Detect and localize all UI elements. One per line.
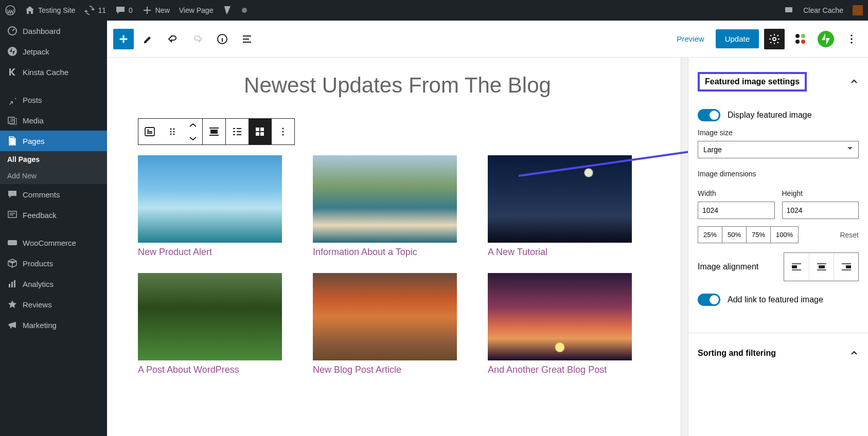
update-button[interactable]: Update (716, 29, 759, 48)
clear-cache[interactable]: Clear Cache (803, 6, 843, 14)
post-title-link[interactable]: A New Tutorial (488, 247, 632, 258)
size-25-button[interactable]: 25% (698, 226, 722, 243)
grid-view-button[interactable] (249, 119, 271, 144)
svg-rect-31 (792, 265, 797, 268)
svg-rect-5 (8, 211, 16, 217)
sidebar-item-jetpack[interactable]: Jetpack (0, 41, 107, 62)
sidebar-item-posts[interactable]: Posts (0, 89, 107, 110)
site-name[interactable]: Testing Site (25, 5, 75, 15)
sidebar-submenu-pages: All Pages Add New (0, 151, 107, 184)
chevron-up-icon (849, 349, 859, 358)
post-title-link[interactable]: New Product Alert (138, 247, 282, 258)
sidebar-item-comments[interactable]: Comments (0, 184, 107, 205)
pencil-icon (142, 33, 154, 45)
redo-icon (191, 33, 204, 45)
sidebar-item-reviews[interactable]: Reviews (0, 294, 107, 315)
block-more-button[interactable] (272, 119, 294, 144)
canvas-scrollbar[interactable] (681, 58, 688, 436)
undo-button[interactable] (163, 29, 183, 49)
info-button[interactable] (212, 29, 233, 49)
align-center-button[interactable] (809, 253, 834, 281)
editor-body: Newest Updates From The Blog (107, 58, 868, 436)
width-input[interactable] (698, 202, 775, 219)
svg-point-18 (170, 131, 172, 133)
align-left-button[interactable] (784, 253, 809, 281)
post-card[interactable]: A New Tutorial (488, 155, 632, 258)
reset-button[interactable]: Reset (840, 231, 859, 239)
drag-handle[interactable] (161, 119, 184, 144)
yoast-adminbar[interactable] (222, 5, 233, 15)
list-icon (241, 33, 253, 45)
move-up-button[interactable] (184, 119, 202, 132)
post-card[interactable]: And Another Great Blog Post (488, 273, 632, 375)
settings-button[interactable] (764, 29, 785, 49)
size-75-button[interactable]: 75% (746, 226, 771, 243)
block-type-button[interactable] (138, 119, 161, 144)
post-thumbnail (313, 273, 457, 360)
post-card[interactable]: A Post About WordPress (138, 273, 282, 375)
sorting-panel-header[interactable]: Sorting and filtering (688, 342, 868, 364)
user-avatar[interactable] (853, 5, 863, 15)
block-settings-panel: Featured image settings Display featured… (688, 58, 868, 436)
display-featured-toggle[interactable] (698, 109, 720, 121)
sidebar-item-products[interactable]: Products (0, 253, 107, 274)
featured-image-panel-header[interactable]: Featured image settings (688, 66, 868, 98)
post-card[interactable]: Information About a Topic (313, 155, 457, 258)
drag-icon (166, 125, 179, 138)
sidebar-item-feedback[interactable]: Feedback (0, 205, 107, 225)
sidebar-item-analytics[interactable]: Analytics (0, 274, 107, 294)
post-card[interactable]: New Blog Post Article (313, 273, 457, 375)
editor-canvas[interactable]: Newest Updates From The Blog (107, 58, 688, 436)
sidebar-item-media[interactable]: Media (0, 110, 107, 131)
align-icon (208, 125, 220, 138)
comments[interactable]: 0 (115, 5, 133, 15)
image-size-select[interactable]: Large (698, 141, 859, 158)
updates[interactable]: 11 (84, 5, 106, 15)
align-button[interactable] (203, 119, 225, 144)
chat-icon (784, 5, 794, 15)
align-right-button[interactable] (834, 253, 858, 281)
sidebar-item-pages[interactable]: Pages (0, 131, 107, 151)
outline-button[interactable] (237, 29, 257, 49)
add-link-toggle[interactable] (698, 294, 720, 306)
jetpack-icon (818, 31, 834, 47)
post-title-link[interactable]: Information About a Topic (313, 247, 457, 258)
post-card[interactable]: New Product Alert (138, 155, 282, 258)
yoast-icon (222, 5, 233, 15)
updates-count: 11 (98, 6, 106, 14)
align-left-icon (791, 262, 802, 271)
jetpack-button[interactable] (816, 29, 836, 49)
height-label: Height (782, 189, 859, 197)
sidebar-item-dashboard[interactable]: Dashboard (0, 21, 107, 41)
size-50-button[interactable]: 50% (722, 226, 747, 243)
view-page[interactable]: View Page (179, 6, 214, 14)
add-block-button[interactable] (113, 29, 134, 49)
wp-logo[interactable] (5, 5, 15, 15)
sidebar-sub-all-pages[interactable]: All Pages (0, 151, 107, 168)
post-thumbnail (138, 273, 282, 360)
post-title-link[interactable]: A Post About WordPress (138, 365, 282, 375)
jetpack-icon (7, 46, 17, 57)
height-input[interactable] (782, 202, 859, 219)
more-options-button[interactable] (841, 29, 862, 49)
woo-icon (7, 238, 17, 248)
svg-point-29 (282, 134, 284, 135)
edit-mode-button[interactable] (138, 29, 158, 49)
yoast-button[interactable] (790, 29, 810, 49)
redo-button[interactable] (187, 29, 208, 49)
preview-button[interactable]: Preview (670, 30, 710, 47)
size-100-button[interactable]: 100% (770, 226, 799, 243)
sidebar-item-marketing[interactable]: Marketing (0, 315, 107, 335)
list-view-button[interactable] (226, 119, 249, 144)
new-content[interactable]: New (142, 5, 170, 15)
page-title[interactable]: Newest Updates From The Blog (138, 73, 657, 98)
move-down-button[interactable] (184, 132, 202, 144)
sidebar-sub-add-new[interactable]: Add New (0, 168, 107, 184)
sidebar-item-woocommerce[interactable]: WooCommerce (0, 232, 107, 253)
notifications[interactable] (784, 5, 794, 15)
post-title-link[interactable]: New Blog Post Article (313, 365, 457, 375)
svg-rect-25 (256, 132, 259, 136)
posts-grid: New Product Alert Information About a To… (138, 155, 657, 375)
sidebar-item-kinsta[interactable]: Kinsta Cache (0, 62, 107, 82)
post-title-link[interactable]: And Another Great Blog Post (488, 365, 632, 375)
